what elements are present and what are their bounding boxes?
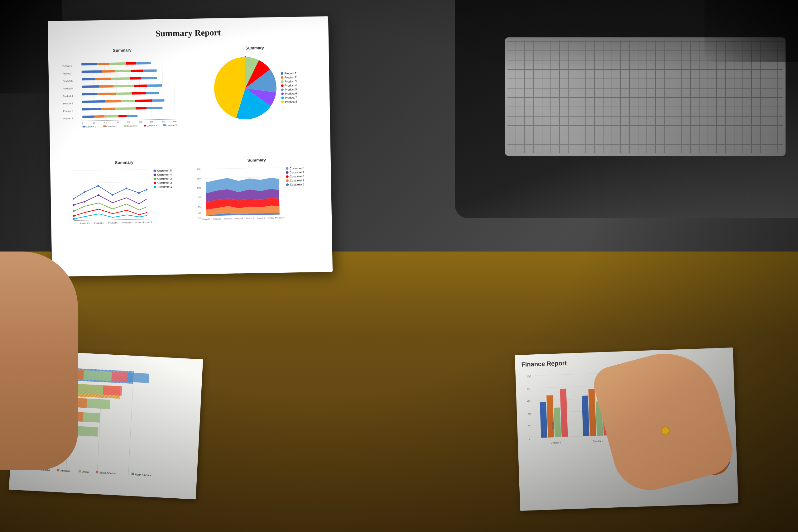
svg-text:40: 40	[528, 412, 531, 415]
svg-rect-66	[588, 389, 596, 436]
svg-text:Product 2: Product 2	[213, 218, 221, 220]
svg-line-4	[128, 369, 134, 479]
svg-rect-122	[130, 77, 141, 79]
svg-rect-134	[82, 100, 105, 103]
svg-rect-19	[127, 373, 149, 383]
svg-rect-110	[97, 63, 109, 65]
svg-rect-61	[540, 402, 547, 438]
svg-text:Product 7: Product 7	[268, 217, 276, 219]
svg-rect-18	[111, 372, 128, 382]
svg-text:Product 6: Product 6	[257, 217, 265, 219]
chart-top-left-title: Summary	[61, 47, 183, 54]
svg-text:50: 50	[93, 121, 95, 124]
wedding-ring	[660, 425, 670, 436]
svg-rect-136	[121, 100, 135, 102]
svg-rect-151	[103, 125, 106, 127]
svg-text:400: 400	[197, 168, 201, 170]
svg-rect-155	[144, 125, 146, 127]
svg-rect-121	[111, 77, 130, 80]
svg-rect-124	[82, 86, 99, 88]
svg-line-159	[73, 169, 148, 170]
svg-rect-47	[132, 473, 134, 475]
svg-point-183	[73, 215, 75, 216]
svg-text:100: 100	[197, 216, 202, 218]
svg-text:Product 8: Product 8	[276, 217, 284, 219]
svg-rect-126	[113, 85, 134, 88]
svg-text:Product 5: Product 5	[246, 217, 254, 219]
report-title: Summary Report	[59, 26, 317, 40]
chart-bottom-right-title: Summary	[196, 157, 317, 164]
svg-text:Million: Million	[551, 421, 554, 429]
svg-rect-143	[147, 107, 163, 109]
svg-text:100: 100	[104, 121, 107, 124]
svg-line-192	[205, 168, 279, 169]
svg-text:2: 2	[73, 223, 75, 225]
svg-line-164	[74, 219, 149, 220]
svg-rect-116	[115, 70, 131, 72]
svg-rect-62	[547, 395, 554, 438]
svg-text:350: 350	[197, 177, 201, 179]
svg-text:Product 8: Product 8	[62, 64, 72, 68]
svg-line-161	[74, 194, 148, 195]
svg-text:Product 1: Product 1	[63, 117, 73, 120]
paper-main: Summary Report Summary Product 8 Product…	[48, 16, 332, 277]
svg-text:Customer 5: Customer 5	[166, 124, 177, 127]
svg-text:Product 4: Product 4	[94, 222, 103, 224]
svg-text:Product 6: Product 6	[63, 79, 73, 82]
svg-rect-128	[147, 84, 162, 87]
svg-text:Product 5: Product 5	[63, 87, 73, 90]
svg-text:Product 4: Product 4	[63, 95, 73, 98]
svg-text:Product 6: Product 6	[122, 221, 132, 224]
svg-rect-129	[82, 93, 97, 95]
svg-rect-137	[135, 99, 152, 102]
svg-rect-133	[146, 92, 159, 94]
svg-rect-63	[554, 407, 561, 437]
svg-rect-130	[97, 93, 116, 95]
svg-rect-120	[96, 78, 112, 80]
svg-text:South America: South America	[99, 471, 116, 475]
svg-text:150: 150	[115, 121, 119, 124]
svg-rect-114	[82, 71, 102, 73]
svg-text:Product 3: Product 3	[80, 222, 90, 225]
svg-point-176	[125, 188, 127, 189]
chart-top-right-title: Summary	[194, 44, 315, 52]
svg-rect-64	[560, 388, 568, 437]
svg-text:80: 80	[527, 387, 530, 391]
svg-rect-32	[76, 426, 98, 437]
svg-rect-135	[105, 100, 121, 102]
svg-text:Product 5: Product 5	[108, 222, 117, 224]
svg-rect-109	[81, 63, 97, 65]
chart-bottom-left: Summary 2 Product 3 Product 4 Product 5 …	[61, 156, 189, 265]
svg-rect-119	[82, 78, 96, 80]
svg-rect-117	[131, 70, 143, 72]
chart-bottom-left-title: Summary	[63, 159, 185, 166]
svg-text:200: 200	[127, 121, 130, 123]
svg-rect-132	[132, 92, 146, 94]
svg-text:200: 200	[197, 205, 201, 208]
svg-rect-157	[163, 125, 166, 126]
svg-text:400: 400	[173, 120, 176, 122]
svg-text:300: 300	[197, 187, 201, 189]
svg-rect-125	[99, 85, 113, 88]
svg-point-179	[73, 204, 75, 206]
charts-grid: Summary Product 8 Product 7 Product 6 Pr…	[59, 42, 321, 265]
svg-rect-131	[116, 92, 132, 95]
svg-rect-112	[126, 62, 136, 65]
svg-point-180	[83, 201, 86, 203]
svg-text:60: 60	[528, 400, 531, 403]
svg-rect-113	[136, 62, 151, 64]
svg-text:Product 8: Product 8	[142, 221, 152, 224]
svg-text:350: 350	[162, 120, 165, 122]
svg-point-177	[138, 192, 140, 194]
svg-text:Customer 4: Customer 4	[147, 125, 157, 127]
pie-svg	[213, 56, 277, 120]
pie-legend: Product 1 Product 2 Product 3 Product 4 …	[281, 72, 297, 103]
svg-text:Customer 2: Customer 2	[106, 125, 117, 128]
svg-rect-115	[102, 70, 115, 73]
svg-point-178	[146, 189, 148, 190]
svg-text:100: 100	[527, 375, 531, 378]
svg-rect-127	[134, 84, 147, 87]
chart-top-right: Summary	[191, 42, 320, 150]
svg-text:Product 3: Product 3	[224, 218, 232, 220]
svg-rect-29	[82, 412, 100, 423]
